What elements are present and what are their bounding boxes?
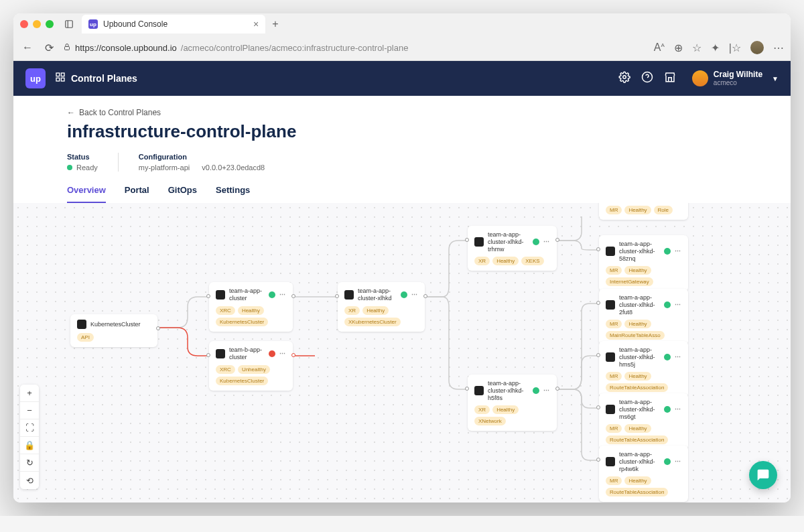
- node-menu[interactable]: ⋯: [543, 387, 550, 394]
- node-menu[interactable]: ⋯: [675, 354, 681, 360]
- address-bar[interactable]: https://console.upbound.io/acmeco/contro…: [63, 43, 647, 53]
- port-in[interactable]: [596, 353, 600, 357]
- status-ok-icon: [401, 291, 407, 298]
- status-ok-icon: [664, 354, 671, 360]
- tab-portal[interactable]: Portal: [125, 185, 149, 203]
- sidebar-toggle-icon[interactable]: [63, 19, 75, 29]
- zoom-icon[interactable]: ⊕: [674, 42, 683, 54]
- port-in[interactable]: [596, 405, 600, 409]
- collections-icon[interactable]: |☆: [729, 42, 741, 54]
- port-out[interactable]: [423, 294, 427, 298]
- node-r5[interactable]: team-a-app-cluster-xlhkd-ms6gt ⋯ MR Heal…: [599, 393, 688, 450]
- node-kubernetescluster[interactable]: KubernetesCluster API: [70, 314, 157, 347]
- port-in[interactable]: [465, 238, 469, 242]
- chat-widget[interactable]: [749, 461, 777, 489]
- node-menu[interactable]: ⋯: [675, 302, 681, 308]
- port-in[interactable]: [596, 458, 600, 462]
- refresh-button[interactable]: ⟲: [20, 472, 39, 489]
- lock-button[interactable]: 🔒: [20, 437, 39, 454]
- port-in[interactable]: [596, 247, 600, 251]
- tag: MR: [606, 424, 622, 433]
- tabs: Overview Portal GitOps Settings: [67, 185, 737, 203]
- reset-button[interactable]: ↻: [20, 454, 39, 472]
- browser-tab[interactable]: up Upbound Console ×: [82, 15, 265, 34]
- status-label: Status: [67, 153, 98, 161]
- zoom-in-button[interactable]: +: [20, 385, 39, 402]
- node-r4[interactable]: team-a-app-cluster-xlhkd-hms5j ⋯ MR Heal…: [599, 341, 688, 397]
- zoom-out-button[interactable]: −: [20, 402, 39, 419]
- node-menu[interactable]: ⋯: [675, 406, 681, 413]
- node-team-a[interactable]: team-a-app-cluster ⋯ XRC Healthy Kuberne…: [209, 282, 293, 332]
- node-team-b[interactable]: team-b-app-cluster ⋯ XRC Unhealthy Kuber…: [209, 341, 293, 391]
- tab-settings[interactable]: Settings: [216, 185, 250, 203]
- node-r1[interactable]: MR Healthy Role: [599, 203, 688, 220]
- node-r6[interactable]: team-a-app-cluster-xlhkd-rp4w6k ⋯ MR Hea…: [599, 446, 688, 502]
- menu-icon[interactable]: ⋯: [773, 42, 784, 54]
- window-controls[interactable]: [20, 20, 54, 28]
- node-menu[interactable]: ⋯: [675, 248, 681, 255]
- node-name: team-a-app-cluster-xlhkd-rp4w6k: [619, 451, 660, 472]
- resource-icon: [474, 386, 484, 395]
- app-logo[interactable]: up: [25, 68, 46, 88]
- port-in[interactable]: [596, 301, 600, 305]
- resource-icon: [606, 352, 615, 362]
- tag: KubernetesCluster: [216, 377, 268, 385]
- back-button[interactable]: ←: [20, 42, 35, 54]
- refresh-button[interactable]: ⟳: [42, 42, 56, 54]
- port-in[interactable]: [206, 353, 210, 357]
- nav-control-planes[interactable]: Control Planes: [71, 73, 137, 84]
- svg-rect-5: [56, 78, 60, 81]
- fullscreen-button[interactable]: ⛶: [20, 419, 39, 437]
- tag: XEKS: [521, 257, 543, 265]
- status-ok-icon: [664, 458, 671, 465]
- node-menu[interactable]: ⋯: [411, 291, 418, 298]
- store-icon[interactable]: [664, 71, 676, 86]
- user-name: Craig Wilhite: [714, 70, 762, 79]
- status-ok-icon: [664, 302, 671, 308]
- node-r3[interactable]: team-a-app-cluster-xlhkd-2fut8 ⋯ MR Heal…: [599, 289, 688, 345]
- port-out[interactable]: [555, 238, 559, 242]
- extension-icon[interactable]: ✦: [711, 42, 720, 54]
- tab-close-icon[interactable]: ×: [253, 19, 259, 29]
- profile-avatar[interactable]: [750, 41, 764, 54]
- port-out[interactable]: [291, 353, 295, 357]
- text-size-icon[interactable]: AA: [654, 42, 665, 54]
- settings-icon[interactable]: [618, 71, 630, 86]
- node-menu[interactable]: ⋯: [543, 239, 550, 245]
- node-trhmw[interactable]: team-a-app-cluster-xlhkd-trhmw ⋯ XR Heal…: [468, 226, 557, 271]
- port-out[interactable]: [291, 294, 295, 298]
- node-menu[interactable]: ⋯: [279, 291, 286, 298]
- node-name: team-a-app-cluster-xlhkd-58znq: [619, 241, 660, 262]
- new-tab-button[interactable]: +: [272, 18, 278, 30]
- user-menu[interactable]: Craig Wilhite acmeco ▼: [692, 70, 779, 86]
- close-window[interactable]: [20, 20, 28, 28]
- tag: MR: [606, 320, 622, 328]
- back-link[interactable]: ← Back to Control Planes: [67, 108, 737, 117]
- tag: Healthy: [362, 306, 389, 315]
- node-team-a-xlhkd[interactable]: team-a-app-cluster-xlhkd ⋯ XR Healthy XK…: [338, 282, 425, 332]
- favorite-icon[interactable]: ☆: [692, 42, 701, 54]
- tag: Healthy: [624, 266, 651, 275]
- node-name: KubernetesCluster: [90, 321, 151, 328]
- node-menu[interactable]: ⋯: [675, 458, 681, 465]
- resource-graph-canvas[interactable]: KubernetesCluster API team-a-app-cluster…: [13, 203, 791, 503]
- minimize-window[interactable]: [33, 20, 41, 28]
- port-in[interactable]: [335, 294, 339, 298]
- config-label: Configuration: [139, 153, 265, 161]
- help-icon[interactable]: [641, 71, 653, 86]
- port-out[interactable]: [555, 387, 559, 391]
- tag: XNetwork: [474, 417, 506, 425]
- port-in[interactable]: [206, 294, 210, 298]
- svg-rect-3: [56, 73, 60, 76]
- node-r2[interactable]: team-a-app-cluster-xlhkd-58znq ⋯ MR Heal…: [599, 235, 688, 291]
- port-out[interactable]: [156, 326, 160, 330]
- tab-overview[interactable]: Overview: [67, 185, 106, 203]
- maximize-window[interactable]: [46, 20, 54, 28]
- node-h5f8s[interactable]: team-a-app-cluster-xlhkd-h5f8s ⋯ XR Heal…: [468, 375, 557, 431]
- node-menu[interactable]: ⋯: [279, 350, 286, 357]
- tag: RouteTableAssociation: [606, 383, 668, 392]
- tab-gitops[interactable]: GitOps: [168, 185, 197, 203]
- resource-icon: [606, 300, 615, 310]
- port-in[interactable]: [465, 387, 469, 391]
- tag: MR: [606, 476, 622, 485]
